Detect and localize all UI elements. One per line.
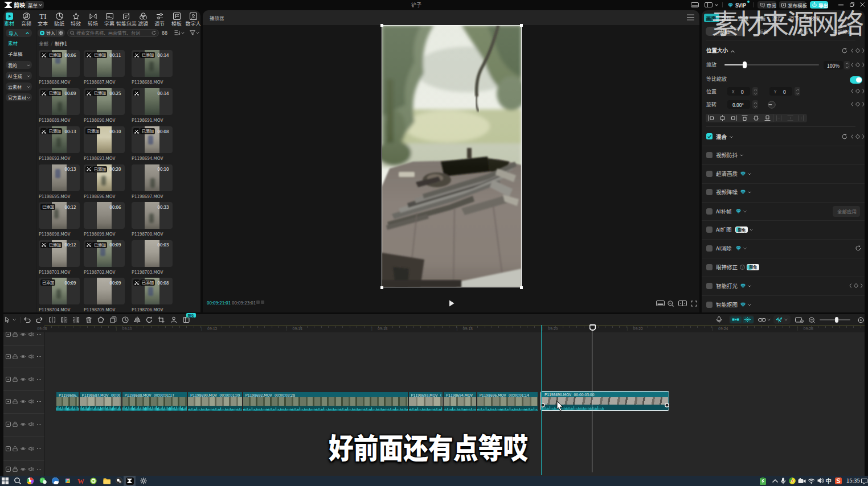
svg-text:W: W bbox=[77, 477, 84, 484]
svg-text:?: ? bbox=[742, 265, 744, 269]
svg-text:88: 88 bbox=[162, 30, 167, 35]
svg-text:TI: TI bbox=[39, 13, 46, 20]
